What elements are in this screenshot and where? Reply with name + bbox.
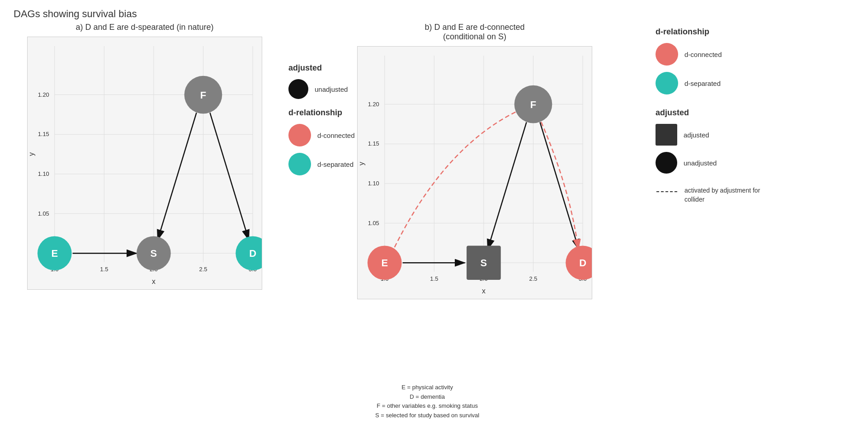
diagram-b-subtitle: b) D and E are d-connected(conditional o…	[335, 23, 615, 42]
legend-b-drelationship-title: d-relationship	[656, 27, 764, 37]
svg-text:S: S	[151, 248, 157, 259]
svg-text:2.5: 2.5	[199, 266, 208, 273]
legend-a-drelationship-title: d-relationship	[288, 108, 383, 118]
svg-text:1.10: 1.10	[38, 170, 49, 177]
svg-text:E: E	[51, 248, 58, 259]
svg-text:1.05: 1.05	[368, 220, 379, 226]
legend-b-dseparated-label: d-separated	[684, 80, 721, 87]
legend-b-unadjusted-circle: unadjusted	[656, 152, 764, 174]
legend-a-unadjusted: unadjusted	[288, 79, 383, 99]
svg-point-65	[566, 245, 592, 280]
svg-text:y: y	[28, 152, 35, 156]
legend-a-dseparated-label: d-separated	[317, 160, 354, 168]
legend-b-adjusted-title: adjusted	[656, 108, 764, 118]
svg-point-30	[236, 236, 262, 270]
svg-text:F: F	[200, 90, 206, 101]
footnotes: E = physical activity D = dementia F = o…	[375, 383, 479, 420]
svg-line-24	[158, 113, 197, 240]
svg-text:F: F	[530, 99, 536, 110]
legend-b-dconnected-label: d-connected	[684, 51, 722, 58]
diagram-a: a) D and E are d-spearated (in nature)	[14, 23, 276, 290]
footnote-f: F = other variables e.g. smoking status	[375, 401, 479, 411]
legend-b-dseparated: d-separated	[656, 72, 764, 94]
legend-b-adjusted-rect: adjusted	[656, 124, 764, 146]
legend-b: d-relationship d-connected d-separated a…	[656, 27, 764, 204]
svg-text:1.05: 1.05	[38, 210, 49, 217]
svg-text:S: S	[481, 257, 487, 269]
svg-text:1.15: 1.15	[38, 131, 49, 137]
dag-a-svg: 1.0 1.5 2.0 2.5 3.0 1.00 1.05 1.10 1.15 …	[28, 37, 262, 289]
svg-line-25	[210, 113, 249, 240]
diagram-a-subtitle: a) D and E are d-spearated (in nature)	[14, 23, 276, 32]
footnote-d: D = dementia	[375, 392, 479, 402]
svg-text:D: D	[249, 248, 256, 259]
svg-text:2.5: 2.5	[529, 275, 538, 282]
svg-text:1.20: 1.20	[38, 91, 49, 98]
footnote-s: S = selected for study based on survival	[375, 411, 479, 420]
svg-text:1.5: 1.5	[100, 266, 108, 273]
svg-line-59	[488, 122, 527, 249]
svg-text:1.5: 1.5	[430, 275, 438, 282]
legend-b-dconnected: d-connected	[656, 43, 764, 66]
legend-a-dconnected-label: d-connected	[317, 132, 355, 139]
footnote-e: E = physical activity	[375, 383, 479, 392]
legend-b-unadjusted-label: unadjusted	[684, 159, 717, 167]
legend-a-dseparated: d-separated	[288, 153, 383, 175]
legend-b-dashed-label: activated by adjustment for collider	[684, 186, 764, 204]
legend-b-adjusted-label: adjusted	[684, 131, 709, 139]
dag-b-svg: 1.0 1.5 2.0 2.5 3.0 1.00 1.05 1.10 1.15 …	[358, 47, 592, 299]
legend-a: adjusted unadjusted d-relationship d-con…	[288, 63, 383, 182]
svg-text:x: x	[152, 278, 156, 285]
plot-area-a: 1.0 1.5 2.0 2.5 3.0 1.00 1.05 1.10 1.15 …	[27, 37, 262, 290]
svg-text:D: D	[579, 257, 586, 269]
svg-text:x: x	[482, 287, 486, 295]
legend-a-unadjusted-label: unadjusted	[315, 85, 348, 93]
legend-a-dconnected: d-connected	[288, 124, 383, 146]
plot-area-b: 1.0 1.5 2.0 2.5 3.0 1.00 1.05 1.10 1.15 …	[357, 46, 592, 299]
legend-b-dashed-entry: activated by adjustment for collider	[656, 186, 764, 204]
legend-a-adjusted-title: adjusted	[288, 63, 383, 73]
main-title: DAGs showing survival bias	[14, 8, 137, 20]
svg-line-60	[540, 122, 579, 249]
svg-text:E: E	[381, 257, 388, 269]
